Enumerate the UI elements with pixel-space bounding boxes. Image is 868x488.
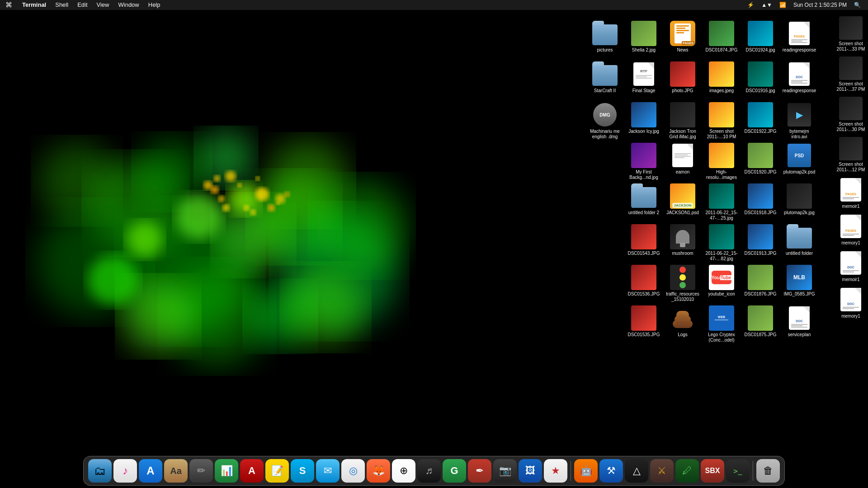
svg-point-23: [244, 205, 249, 211]
icon-screenshot1[interactable]: Screen shot 2011-…10 PM: [702, 99, 741, 140]
dock-itunes[interactable]: ♪: [113, 459, 137, 483]
dock-grapher-icon: 📊: [215, 459, 238, 483]
dock-mail[interactable]: ✉: [316, 459, 340, 483]
dock-chrome[interactable]: ⊕: [392, 459, 415, 483]
dock-appstore[interactable]: A: [139, 459, 162, 483]
icon-untitledfolder[interactable]: untitled folder: [780, 221, 819, 262]
dock-dictionary[interactable]: Aa: [164, 459, 188, 483]
icon-bytemejm[interactable]: ▶ bytemejm intro.avi: [780, 99, 819, 140]
dock-sbx-icon: SBX: [701, 459, 724, 483]
icon-highres[interactable]: High-resolu...images: [702, 140, 741, 181]
icon-screenshot2011-30pm[interactable]: Screen shot 2011-...30 PM: [833, 94, 868, 134]
dock-finder[interactable]: 🗂: [88, 459, 112, 483]
icon-dsc01543[interactable]: DSC01543.JPG: [624, 221, 663, 262]
icon-legocryptex[interactable]: WEB Lego Cryptex (Conc...odel): [702, 303, 741, 343]
icon-dsc01535[interactable]: DSC01535.JPG: [624, 303, 663, 343]
icon-eamon[interactable]: eamon: [663, 140, 702, 181]
dock-stickies[interactable]: 📝: [265, 459, 289, 483]
icon-untitled2[interactable]: untitled folder 2: [624, 181, 663, 221]
icon-screenshot2011-37pm[interactable]: Screen shot 2011-...37 PM: [833, 54, 868, 94]
icon-shelia2[interactable]: Shelia 2.jpg: [624, 18, 663, 59]
icon-dsc01875[interactable]: DSC01875.JPG: [741, 303, 780, 343]
app-menus: Terminal Shell Edit View Window Help: [18, 0, 165, 10]
icon-dsc01536[interactable]: DSC01536.JPG: [624, 262, 663, 303]
dock-stickies-icon: 📝: [265, 459, 289, 483]
dock-safari-icon: ◎: [341, 459, 365, 483]
icon-plutomap2kpsd[interactable]: PSD plutomap2k.psd: [780, 140, 819, 181]
icon-traffic[interactable]: traffic_resources_15102010: [663, 262, 702, 303]
dock-xcode[interactable]: ⚒: [599, 459, 623, 483]
svg-point-32: [276, 202, 280, 205]
dock-trash[interactable]: 🗑: [756, 459, 780, 483]
apple-menu[interactable]: ⌘: [0, 1, 18, 9]
icon-readingresponse2[interactable]: DOC readingresponse: [780, 59, 819, 99]
icon-plutomap2kjpg[interactable]: plutomap2k.jpg: [780, 181, 819, 221]
dock-itunesvis[interactable]: ♬: [417, 459, 441, 483]
svg-point-29: [222, 204, 230, 211]
icon-starcraft2[interactable]: StarCraft II: [585, 59, 624, 99]
datetime: Sun Oct 2 1:50:25 PM: [792, 2, 849, 8]
spotlight-icon[interactable]: 🔍: [852, 2, 863, 8]
icon-news[interactable]: PAGES News: [663, 18, 702, 59]
edit-menu[interactable]: Edit: [73, 0, 92, 10]
icon-memoir1a[interactable]: PAGES memoir1: [833, 174, 868, 211]
icon-screenshot2011-33pm[interactable]: Screen shot 2011-...33 PM: [833, 14, 868, 54]
icon-dsc01876[interactable]: DSC01876.JPG: [741, 262, 780, 303]
view-menu[interactable]: View: [92, 0, 114, 10]
dock-acrobat[interactable]: A: [240, 459, 264, 483]
icon-screenshot2011-12pm[interactable]: Screen shot 2011-...12 PM: [833, 134, 868, 174]
icon-memoir1b[interactable]: PAGES memory1: [833, 211, 868, 248]
icon-serviceplan[interactable]: DOC serviceplan: [780, 303, 819, 343]
dock-scripteditor[interactable]: ✏: [189, 459, 213, 483]
icon-jacksonicy[interactable]: Jackson Icy.jpg: [624, 99, 663, 140]
window-menu[interactable]: Window: [114, 0, 144, 10]
icon-dsc01916[interactable]: DSC01916.jpg: [741, 59, 780, 99]
dock-unity[interactable]: △: [625, 459, 648, 483]
dock-terminal[interactable]: >_: [726, 459, 750, 483]
dock-firefox[interactable]: 🦊: [367, 459, 390, 483]
icon-img20110622a[interactable]: 2011-06-22_15-47-…25.jpg: [702, 181, 741, 221]
icon-readingresponse1[interactable]: PAGES readingresponse: [780, 18, 819, 59]
dock-safari[interactable]: ◎: [341, 459, 365, 483]
icon-finalstage[interactable]: RTF Final Stage: [624, 59, 663, 99]
svg-point-30: [214, 175, 220, 182]
icon-youtube[interactable]: YouTube youtube_icon: [702, 262, 741, 303]
icon-photo[interactable]: photo.JPG: [663, 59, 702, 99]
icon-dsc01874[interactable]: DSC01874.JPG: [702, 18, 741, 59]
icon-dsc01922[interactable]: DSC01922.JPG: [741, 99, 780, 140]
icon-logs[interactable]: Logs: [663, 303, 702, 343]
dock-appstore-icon: A: [139, 459, 162, 483]
icon-memoir1c[interactable]: DOC memoir1: [833, 248, 868, 284]
shell-menu[interactable]: Shell: [51, 0, 73, 10]
icon-dsc01918[interactable]: DSC01918.JPG: [741, 181, 780, 221]
dock-iphoto-icon: 🖼: [519, 459, 542, 483]
dock-camera[interactable]: 📷: [493, 459, 517, 483]
icon-img0585[interactable]: MLB IMG_0585.JPG: [780, 262, 819, 303]
help-menu[interactable]: Help: [144, 0, 165, 10]
icon-img20110622b[interactable]: 2011-06-22_15-47-…82.jpg: [702, 221, 741, 262]
icon-memoir1d[interactable]: DOC memory1: [833, 284, 868, 321]
dock-automator[interactable]: 🤖: [574, 459, 598, 483]
icon-pictures[interactable]: pictures: [585, 18, 624, 59]
icon-dsc01920[interactable]: DSC01920.JPG: [741, 140, 780, 181]
icon-machinarium[interactable]: DMG Machinariu me english .dmg: [585, 99, 624, 140]
dock-sbx[interactable]: SBX: [701, 459, 724, 483]
icon-images[interactable]: images.jpeg: [702, 59, 741, 99]
icon-dsc01924[interactable]: DSC01924.jpg: [741, 18, 780, 59]
dock-inkwell[interactable]: 🖊: [675, 459, 699, 483]
icon-mushroom[interactable]: mushroom: [663, 221, 702, 262]
icon-jackson1psd[interactable]: JACKSON JACKSON1.psd: [663, 181, 702, 221]
icon-dsc01913[interactable]: DSC01913.JPG: [741, 221, 780, 262]
dock-growl[interactable]: G: [443, 459, 466, 483]
svg-point-20: [225, 171, 236, 182]
dock-skype[interactable]: S: [291, 459, 314, 483]
dock-itunes-icon: ♪: [113, 459, 137, 483]
icon-jacksontron[interactable]: Jackson Tron Grid iMac.jpg: [663, 99, 702, 140]
dock-warhammer[interactable]: ⚔: [650, 459, 674, 483]
dock-reeder[interactable]: ★: [544, 459, 567, 483]
app-name-menu[interactable]: Terminal: [18, 0, 51, 10]
dock-pencil[interactable]: ✒: [468, 459, 491, 483]
dock-iphoto[interactable]: 🖼: [519, 459, 542, 483]
icon-myfirstbg[interactable]: My First Backg...nd.jpg: [624, 140, 663, 181]
dock-grapher[interactable]: 📊: [215, 459, 238, 483]
